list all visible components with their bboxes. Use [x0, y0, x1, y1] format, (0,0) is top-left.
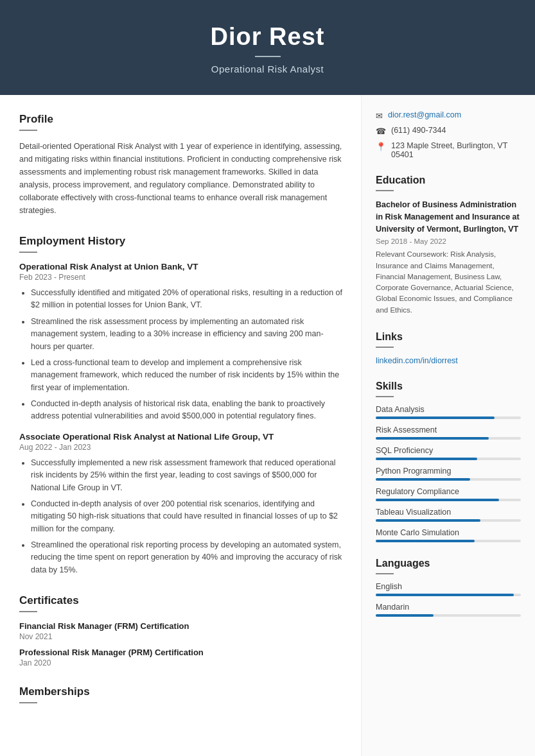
languages-section: Languages English Mandarin	[376, 558, 521, 617]
language-bar-bg	[376, 614, 521, 617]
edu-coursework: Relevant Coursework: Risk Analysis, Insu…	[376, 249, 521, 316]
languages-list: English Mandarin	[376, 582, 521, 617]
email-icon: ✉	[376, 111, 383, 121]
contact-email: ✉ dior.rest@gmail.com	[376, 110, 521, 121]
languages-section-title: Languages	[376, 558, 521, 569]
contact-section: ✉ dior.rest@gmail.com ☎ (611) 490-7344 📍…	[376, 110, 521, 159]
bullet: Led a cross-functional team to develop a…	[31, 357, 343, 394]
skill-bar-fill	[376, 437, 489, 440]
profile-text: Detail-oriented Operational Risk Analyst…	[19, 140, 343, 217]
job-title-2: Associate Operational Risk Analyst at Na…	[19, 432, 343, 442]
skill-bar-fill	[376, 540, 475, 542]
skill-name: SQL Proficiency	[376, 446, 521, 455]
skill-bar-fill	[376, 519, 480, 522]
edu-degree: Bachelor of Business Administration in R…	[376, 199, 521, 235]
language-bar-fill	[376, 594, 514, 596]
memberships-section: Memberships	[19, 685, 343, 703]
skill-item: Python Programming	[376, 467, 521, 481]
job-dates-1: Feb 2023 - Present	[19, 273, 343, 282]
bullet: Successfully identified and mitigated 20…	[31, 287, 343, 312]
cert-date-2: Jan 2020	[19, 658, 343, 667]
certificates-section-title: Certificates	[19, 594, 343, 607]
skill-bar-fill	[376, 499, 499, 501]
cert-title-2: Professional Risk Manager (PRM) Certific…	[19, 648, 343, 657]
skills-list: Data Analysis Risk Assessment SQL Profic…	[376, 405, 521, 542]
skill-name: Tableau Visualization	[376, 508, 521, 517]
skill-bar-bg	[376, 540, 521, 542]
language-bar-bg	[376, 594, 521, 596]
skill-name: Data Analysis	[376, 405, 521, 414]
skill-item: Risk Assessment	[376, 425, 521, 440]
edu-dates: Sep 2018 - May 2022	[376, 237, 521, 245]
bullet: Conducted in-depth analysis of historica…	[31, 398, 343, 423]
job-bullets-2: Successfully implemented a new risk asse…	[19, 457, 343, 576]
skills-section: Skills Data Analysis Risk Assessment SQL…	[376, 381, 521, 542]
left-column: Profile Detail-oriented Operational Risk…	[0, 95, 362, 756]
education-section: Education Bachelor of Business Administr…	[376, 175, 521, 316]
job-title-1: Operational Risk Analyst at Union Bank, …	[19, 262, 343, 271]
linkedin-link[interactable]: linkedin.com/in/diorrest	[376, 356, 458, 365]
job-bullets-1: Successfully identified and mitigated 20…	[19, 287, 343, 423]
links-section: Links linkedin.com/in/diorrest	[376, 331, 521, 365]
language-bar-fill	[376, 614, 434, 617]
skill-name: Python Programming	[376, 467, 521, 476]
cert-item: Financial Risk Manager (FRM) Certificati…	[19, 621, 343, 641]
bullet: Conducted in-depth analysis of over 200 …	[31, 498, 343, 535]
skill-bar-fill	[376, 478, 470, 481]
header-divider	[255, 56, 281, 57]
body: Profile Detail-oriented Operational Risk…	[0, 95, 535, 756]
bullet: Successfully implemented a new risk asse…	[31, 457, 343, 494]
right-column: ✉ dior.rest@gmail.com ☎ (611) 490-7344 📍…	[362, 95, 535, 756]
candidate-name: Dior Rest	[13, 23, 522, 51]
languages-divider	[376, 573, 394, 574]
skill-bar-bg	[376, 437, 521, 440]
certificates-section: Certificates Financial Risk Manager (FRM…	[19, 594, 343, 667]
bullet: Streamlined the risk assessment process …	[31, 316, 343, 353]
skill-item: Tableau Visualization	[376, 508, 521, 522]
employment-divider	[19, 252, 37, 253]
cert-date-1: Nov 2021	[19, 632, 343, 641]
skill-item: Monte Carlo Simulation	[376, 528, 521, 542]
skill-bar-bg	[376, 519, 521, 522]
skill-name: Risk Assessment	[376, 425, 521, 434]
cert-title-1: Financial Risk Manager (FRM) Certificati…	[19, 621, 343, 631]
skill-bar-bg	[376, 478, 521, 481]
employment-section-title: Employment History	[19, 235, 343, 248]
contact-address: 📍 123 Maple Street, Burlington, VT 05401	[376, 141, 521, 159]
resume: Dior Rest Operational Risk Analyst Profi…	[0, 0, 535, 756]
profile-section: Profile Detail-oriented Operational Risk…	[19, 113, 343, 217]
job-item: Associate Operational Risk Analyst at Na…	[19, 432, 343, 576]
language-item: English	[376, 582, 521, 596]
skill-bar-bg	[376, 417, 521, 419]
email-link[interactable]: dior.rest@gmail.com	[388, 110, 461, 119]
links-divider	[376, 347, 394, 348]
phone-icon: ☎	[376, 126, 386, 136]
profile-divider	[19, 130, 37, 131]
language-item: Mandarin	[376, 603, 521, 617]
job-item: Operational Risk Analyst at Union Bank, …	[19, 262, 343, 423]
skill-bar-bg	[376, 458, 521, 460]
profile-section-title: Profile	[19, 113, 343, 126]
skills-section-title: Skills	[376, 381, 521, 392]
memberships-section-title: Memberships	[19, 685, 343, 698]
links-section-title: Links	[376, 331, 521, 343]
skill-bar-fill	[376, 458, 477, 460]
candidate-title: Operational Risk Analyst	[13, 64, 522, 74]
memberships-divider	[19, 702, 37, 703]
skill-name: Monte Carlo Simulation	[376, 528, 521, 537]
education-section-title: Education	[376, 175, 521, 186]
employment-section: Employment History Operational Risk Anal…	[19, 235, 343, 576]
certificates-divider	[19, 611, 37, 612]
skill-bar-fill	[376, 417, 495, 419]
skill-item: SQL Proficiency	[376, 446, 521, 460]
cert-item: Professional Risk Manager (PRM) Certific…	[19, 648, 343, 667]
education-divider	[376, 190, 394, 191]
skill-name: Regulatory Compliance	[376, 487, 521, 496]
language-name: Mandarin	[376, 603, 521, 612]
bullet: Streamlined the operational risk reporti…	[31, 539, 343, 576]
location-icon: 📍	[376, 142, 386, 151]
language-name: English	[376, 582, 521, 591]
skill-bar-bg	[376, 499, 521, 501]
skill-item: Data Analysis	[376, 405, 521, 419]
skills-divider	[376, 396, 394, 397]
